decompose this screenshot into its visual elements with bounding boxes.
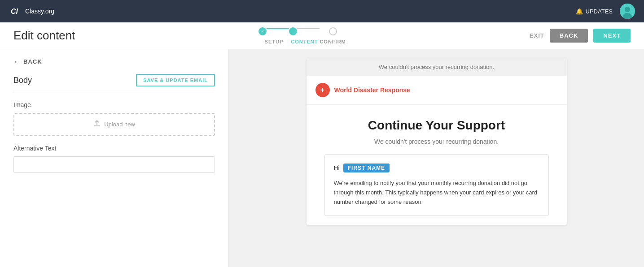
avatar[interactable] [620, 4, 635, 19]
email-heading: Continue Your Support [324, 118, 549, 133]
body-section-header: Body SAVE & UPDATE EMAIL [13, 74, 215, 86]
right-panel: We couldn't process your recurring donat… [229, 49, 644, 267]
brand: Cl Classy.org [9, 5, 54, 17]
main-layout: ← BACK Body SAVE & UPDATE EMAIL Image Up… [0, 49, 644, 267]
stepper: ✓ SETUP CONTENT CONFIRM [258, 27, 346, 44]
bell-icon: 🔔 [576, 8, 583, 15]
back-arrow-icon: ← [13, 58, 20, 65]
navbar-right: 🔔 UPDATES [576, 4, 635, 19]
brand-name: Classy.org [25, 8, 54, 15]
alt-text-input[interactable] [13, 156, 215, 173]
email-header: + World Disaster Response [307, 76, 567, 105]
header-actions: EXIT BACK NEXT [530, 29, 631, 43]
image-label: Image [13, 101, 215, 108]
step-line-content-to-confirm [297, 28, 320, 29]
alt-text-label: Alternative Text [13, 145, 215, 152]
body-section-title: Body [13, 76, 32, 85]
email-body: Continue Your Support We couldn't proces… [307, 105, 567, 225]
navbar: Cl Classy.org 🔔 UPDATES [0, 0, 644, 22]
org-logo-icon: + [315, 83, 330, 97]
image-section: Image Upload new [13, 101, 215, 136]
back-link[interactable]: ← BACK [13, 58, 215, 65]
email-hi-text: Hi [334, 164, 340, 172]
updates-button[interactable]: 🔔 UPDATES [576, 8, 613, 15]
step-label-setup: SETUP [265, 39, 284, 44]
email-preview: We couldn't process your recurring donat… [307, 58, 567, 225]
svg-point-2 [625, 7, 630, 12]
save-update-email-button[interactable]: SAVE & UPDATE EMAIL [136, 74, 215, 86]
svg-text:Cl: Cl [11, 8, 18, 15]
exit-button[interactable]: EXIT [530, 32, 544, 39]
step-label-confirm: CONFIRM [320, 39, 346, 44]
upload-box[interactable]: Upload new [13, 113, 215, 136]
page-title: Edit content [13, 29, 75, 43]
email-paragraph: We're emailing to notify you that your m… [334, 179, 539, 207]
body-divider [13, 92, 215, 92]
upload-label: Upload new [104, 121, 135, 128]
step-circle-content [289, 27, 297, 35]
header-bar: Edit content ✓ SETUP CONTENT CONFIRM [0, 22, 644, 49]
step-circle-confirm [329, 27, 337, 35]
step-line-setup-to-content [267, 28, 289, 29]
step-label-content: CONTENT [291, 39, 318, 44]
org-logo-symbol: + [320, 86, 324, 94]
classy-logo-icon: Cl [9, 5, 22, 17]
back-header-button[interactable]: BACK [550, 29, 588, 43]
upload-icon [93, 120, 101, 129]
step-confirm: CONFIRM [320, 27, 346, 44]
email-top-notice: We couldn't process your recurring donat… [307, 58, 567, 76]
back-link-label: BACK [23, 58, 42, 65]
updates-label: UPDATES [586, 8, 613, 15]
first-name-tag: FIRST NAME [343, 164, 390, 172]
step-content: CONTENT [289, 27, 320, 44]
step-setup: ✓ SETUP [258, 27, 289, 44]
step-circle-setup: ✓ [258, 27, 267, 35]
next-button[interactable]: NEXT [593, 29, 631, 43]
org-name: World Disaster Response [334, 86, 410, 94]
left-panel: ← BACK Body SAVE & UPDATE EMAIL Image Up… [0, 49, 229, 267]
email-hi-line: Hi FIRST NAME [334, 164, 539, 172]
email-content-box: Hi FIRST NAME We're emailing to notify y… [324, 154, 549, 216]
alt-text-section: Alternative Text [13, 145, 215, 173]
email-subtext: We couldn't process your recurring donat… [324, 138, 549, 145]
